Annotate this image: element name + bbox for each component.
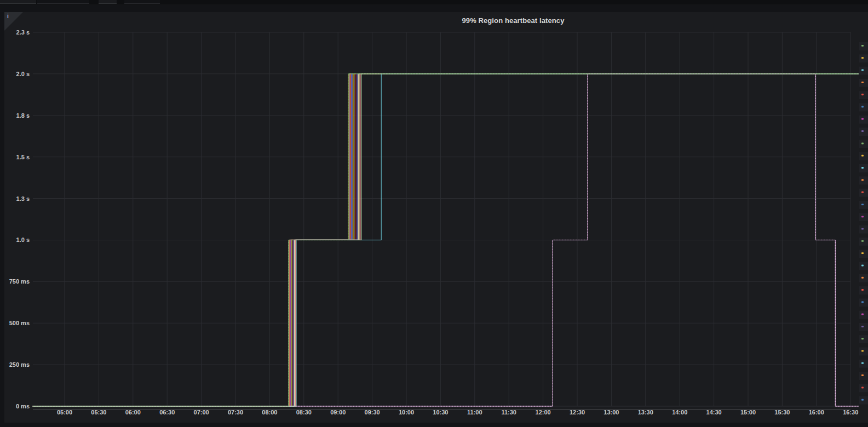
x-tick-label: 10:00 [399,409,414,416]
x-tick-label: 11:00 [467,409,482,416]
legend-series-marker[interactable] [861,130,864,132]
x-tick-label: 07:00 [194,409,209,416]
legend-series-marker[interactable] [861,82,864,83]
legend-series-marker[interactable] [861,326,864,327]
legend-row-bg [859,42,868,50]
y-tick-label: 2.3 s [16,29,30,36]
y-tick-label: 250 ms [9,361,30,368]
legend-series-marker[interactable] [861,240,864,242]
y-tick-label: 1.3 s [16,195,30,202]
legend-row-bg [859,189,868,197]
legend-row-bg [859,396,868,405]
legend-series-marker[interactable] [861,301,864,303]
x-tick-label: 12:00 [536,409,551,416]
legend-series-marker[interactable] [861,192,864,193]
x-tick-label: 06:30 [159,409,175,416]
x-tick-label: 16:00 [809,409,824,416]
legend-row-bg [859,140,868,148]
legend-row-bg [859,274,868,282]
legend-series-marker[interactable] [861,374,864,376]
x-tick-label: 09:00 [330,409,346,416]
x-tick-label: 10:30 [433,409,448,416]
x-tick-label: 13:30 [638,409,653,416]
legend-row-bg [859,91,868,99]
x-tick-label: 15:30 [774,409,790,416]
legend-series-marker[interactable] [861,57,864,59]
x-tick-label: 08:30 [296,409,312,416]
legend-series-marker[interactable] [861,204,864,205]
legend-series-marker[interactable] [861,386,864,388]
panel-title-text: 99% Region heartbeat latency [462,16,564,25]
legend-row-bg [859,213,868,221]
legend-row-bg [859,226,868,234]
x-tick-label: 05:00 [57,409,72,416]
legend-row-bg [859,54,868,62]
legend-series-marker[interactable] [861,45,864,47]
legend-series-marker[interactable] [861,118,864,120]
legend-row-bg [859,384,868,392]
y-tick-label: 1.8 s [16,112,30,119]
x-tick-label: 05:30 [91,409,106,416]
axis-labels: 0 ms250 ms500 ms750 ms1.0 s1.3 s1.5 s1.8… [9,29,859,416]
y-tick-label: 0 ms [16,403,30,409]
y-tick-label: 750 ms [9,278,30,285]
y-tick-label: 500 ms [9,320,30,326]
legend-row-bg [859,311,868,319]
y-tick-label: 2.0 s [16,71,30,77]
x-tick-label: 16:30 [843,409,858,416]
legend-row-bg [859,176,868,184]
legend-series-marker[interactable] [861,142,864,144]
latency-graph[interactable]: 0 ms250 ms500 ms750 ms1.0 s1.3 s1.5 s1.8… [0,0,868,427]
y-tick-label: 1.0 s [16,236,30,243]
legend-row-bg [859,360,868,368]
legend-row-bg [859,286,868,295]
legend-series-marker[interactable] [861,216,864,217]
legend-row-bg [859,238,868,246]
legend-series-marker[interactable] [861,70,864,71]
grid [33,32,850,409]
legend-row-bg [859,152,868,160]
legend-row-bg [859,323,868,331]
x-tick-label: 14:30 [706,409,722,416]
legend-series-marker[interactable] [861,264,864,266]
legend-row-bg [859,201,868,209]
legend-row-bg [859,262,868,270]
x-tick-label: 12:30 [570,409,585,416]
x-tick-label: 11:30 [501,409,516,416]
legend-row-bg [859,67,868,75]
legend-row-bg [859,128,868,136]
x-tick-label: 07:30 [228,409,243,416]
legend-series-marker[interactable] [861,252,864,254]
grafana-dashboard: { "panel": { "title": "99% Region heartb… [0,0,868,427]
legend-row-bg [859,348,868,356]
legend-series-marker[interactable] [861,94,864,95]
legend-row-bg [859,250,868,258]
legend-series-marker[interactable] [861,399,864,401]
legend-markers [859,42,868,405]
legend-series-marker[interactable] [861,314,864,315]
x-tick-label: 09:30 [365,409,380,416]
legend-series-marker[interactable] [861,289,864,291]
legend-row-bg [859,79,868,87]
x-tick-label: 13:00 [603,409,619,416]
legend-series-marker[interactable] [861,277,864,279]
x-tick-label: 15:00 [740,409,756,416]
legend-series-marker[interactable] [861,350,864,352]
legend-row-bg [859,335,868,343]
x-tick-label: 06:00 [125,409,141,416]
legend-series-marker[interactable] [861,155,864,157]
legend-row-bg [859,298,868,307]
legend-series-marker[interactable] [861,338,864,339]
x-tick-label: 08:00 [262,409,277,416]
legend-row-bg [859,372,868,380]
legend-series-marker[interactable] [861,228,864,230]
legend-series-marker[interactable] [861,106,864,108]
panel-title[interactable]: 99% Region heartbeat latency [0,16,868,25]
x-tick-label: 14:00 [672,409,687,416]
legend-series-marker[interactable] [861,167,864,169]
legend-series-marker[interactable] [861,362,864,364]
legend-series-marker[interactable] [861,179,864,181]
legend-row-bg [859,103,868,112]
legend-row-bg [859,164,868,172]
legend-row-bg [859,116,868,124]
